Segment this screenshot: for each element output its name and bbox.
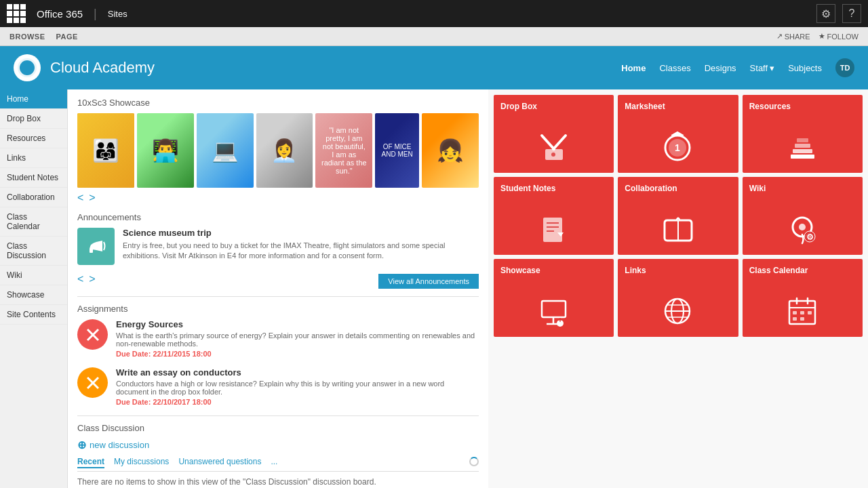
svg-rect-40	[793, 311, 797, 314]
svg-rect-16	[543, 218, 562, 242]
ann-next[interactable]: >	[89, 273, 95, 285]
carousel-item-2: 👨‍💻	[137, 113, 194, 188]
breadcrumb-browse[interactable]: BROWSE	[9, 33, 45, 41]
svg-line-6	[553, 136, 566, 149]
new-discussion-btn[interactable]: ⊕ new discussion	[77, 439, 479, 451]
tiles-grid: Drop Box Marksheet 1	[494, 95, 863, 337]
tile-showcase[interactable]: Showcase	[494, 259, 614, 337]
tile-drop-box-icon	[500, 129, 607, 166]
carousel-item-4: 👩‍💼	[256, 113, 313, 188]
disc-tab-recent[interactable]: Recent	[77, 457, 104, 468]
help-icon[interactable]: ?	[842, 4, 861, 23]
svg-text:⚙: ⚙	[806, 232, 813, 242]
tile-wiki[interactable]: Wiki ⚙	[743, 177, 863, 255]
tile-collaboration[interactable]: Collaboration	[618, 177, 738, 255]
tile-class-calendar-icon	[749, 293, 856, 330]
carousel-item-3: 💻	[197, 113, 254, 188]
sidebar-item-site-contents[interactable]: Site Contents	[0, 305, 67, 325]
assignment-due-1: Due Date: 22/11/2015 18:00	[116, 350, 479, 358]
sidebar-item-showcase[interactable]: Showcase	[0, 285, 67, 305]
office365-title[interactable]: Office 365	[37, 8, 83, 20]
assignment-icon-2	[77, 367, 108, 398]
sidebar-item-class-discussion[interactable]: Class Discussion	[0, 237, 67, 266]
site-header: Cloud Academy Home Classes Designs Staff…	[0, 46, 868, 89]
svg-rect-41	[800, 311, 804, 314]
tile-resources[interactable]: Resources	[743, 95, 863, 173]
tile-student-notes[interactable]: Student Notes	[494, 177, 614, 255]
follow-action[interactable]: ★ FOLLOW	[818, 32, 859, 41]
assignment-content-1: Energy Sources What is the earth's prima…	[116, 319, 479, 358]
tile-marksheet-icon: 1	[625, 129, 731, 166]
assignment-due-2: Due Date: 22/10/2017 18:00	[116, 398, 479, 406]
nav-home[interactable]: Home	[621, 63, 646, 73]
sidebar-item-resources[interactable]: Resources	[0, 129, 67, 148]
plus-icon: ⊕	[77, 439, 86, 451]
breadcrumb-bar: BROWSE PAGE ↗ SHARE ★ FOLLOW	[0, 27, 868, 46]
announcements-title: Announcements	[77, 212, 479, 222]
tile-student-notes-title: Student Notes	[500, 184, 555, 193]
showcase-title: 10xSc3 Showcase	[77, 98, 479, 108]
assignment-body-2: Conductors have a high or low resistance…	[116, 380, 479, 396]
tile-drop-box-title: Drop Box	[500, 102, 537, 111]
disc-loading	[469, 457, 479, 468]
app-grid-button[interactable]	[7, 4, 26, 23]
tile-links[interactable]: Links	[618, 259, 738, 337]
nav-subjects[interactable]: Subjects	[788, 63, 822, 73]
svg-rect-25	[542, 301, 566, 317]
carousel-next[interactable]: >	[89, 192, 95, 204]
tile-showcase-title: Showcase	[500, 266, 540, 275]
user-avatar[interactable]: TD	[835, 58, 854, 77]
ann-nav: < >	[77, 273, 96, 285]
tile-student-notes-icon	[500, 211, 607, 248]
disc-tab-unanswered[interactable]: Unanswered questions	[178, 457, 261, 468]
divider-2	[77, 415, 479, 416]
sidebar-item-wiki[interactable]: Wiki	[0, 266, 67, 285]
tile-showcase-icon	[500, 293, 607, 330]
svg-rect-44	[800, 317, 804, 321]
share-action[interactable]: ↗ SHARE	[776, 32, 810, 41]
sidebar-item-home[interactable]: Home	[0, 89, 67, 109]
sidebar-item-class-calendar[interactable]: Class Calendar	[0, 207, 67, 237]
svg-text:1: 1	[675, 142, 681, 153]
tile-marksheet[interactable]: Marksheet 1	[618, 95, 738, 173]
discussion-title: Class Discussion	[77, 423, 479, 433]
tile-links-title: Links	[625, 266, 646, 275]
svg-rect-15	[797, 138, 808, 142]
disc-tab-my[interactable]: My discussions	[114, 457, 169, 468]
svg-point-8	[551, 152, 555, 157]
main-layout: Home Drop Box Resources Links Student No…	[0, 89, 868, 488]
sidebar: Home Drop Box Resources Links Student No…	[0, 89, 68, 488]
sidebar-item-student-notes[interactable]: Student Notes	[0, 168, 67, 188]
announcement-icon	[77, 228, 115, 265]
view-all-announcements[interactable]: View all Announcements	[378, 274, 479, 289]
carousel-prev[interactable]: <	[77, 192, 83, 204]
ann-prev[interactable]: <	[77, 273, 83, 285]
sidebar-item-links[interactable]: Links	[0, 148, 67, 168]
site-nav: Home Classes Designs Staff ▾ Subjects TD	[621, 58, 854, 77]
sidebar-item-collaboration[interactable]: Collaboration	[0, 188, 67, 207]
carousel-item-1: 👨‍👩‍👧	[77, 113, 134, 188]
breadcrumb-actions: ↗ SHARE ★ FOLLOW	[776, 32, 859, 41]
share-icon: ↗	[776, 32, 783, 41]
tile-collaboration-icon	[625, 211, 731, 248]
svg-rect-42	[808, 311, 812, 314]
tile-class-calendar[interactable]: Class Calendar	[743, 259, 863, 337]
disc-tab-more[interactable]: ...	[271, 457, 277, 468]
assignment-title-2: Write an essay on conductors	[116, 367, 479, 378]
settings-icon[interactable]: ⚙	[816, 4, 835, 23]
nav-staff[interactable]: Staff ▾	[750, 63, 775, 73]
assignment-content-2: Write an essay on conductors Conductors …	[116, 367, 479, 406]
sidebar-item-dropbox[interactable]: Drop Box	[0, 109, 67, 129]
site-title: Cloud Academy	[50, 59, 155, 77]
breadcrumb-page[interactable]: PAGE	[56, 33, 78, 41]
top-bar: Office 365 | Sites ⚙ ?	[0, 0, 868, 27]
tile-drop-box[interactable]: Drop Box	[494, 95, 614, 173]
carousel-item-6: OF MICE AND MEN	[375, 113, 419, 188]
announcement-content: Science museum trip Entry is free, but y…	[123, 228, 479, 265]
sites-link[interactable]: Sites	[108, 9, 127, 19]
nav-classes[interactable]: Classes	[659, 63, 690, 73]
carousel-nav: < >	[77, 192, 479, 204]
assignment-title-1: Energy Sources	[116, 319, 479, 329]
nav-designs[interactable]: Designs	[705, 63, 736, 73]
discussion-tabs: Recent My discussions Unanswered questio…	[77, 457, 479, 472]
